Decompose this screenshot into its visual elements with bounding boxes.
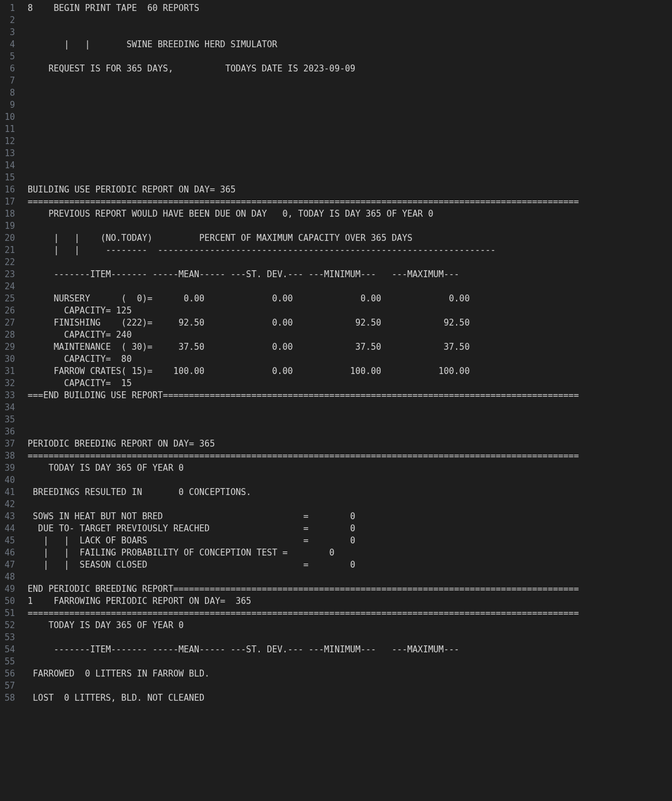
code-line: SOWS IN HEAT BUT NOT BRED = 0 [28, 511, 672, 523]
code-line: FARROWED 0 LITTERS IN FARROW BLD. [28, 668, 672, 680]
code-line [28, 256, 672, 269]
code-line [28, 571, 672, 583]
code-line [28, 135, 672, 148]
code-line [28, 281, 672, 293]
code-line [28, 632, 672, 644]
code-line [28, 51, 672, 63]
code-line: 1 FARROWING PERIODIC REPORT ON DAY= 365 [28, 595, 672, 607]
code-line: TODAY IS DAY 365 OF YEAR 0 [28, 619, 672, 632]
code-line: PERIODIC BREEDING REPORT ON DAY= 365 [28, 438, 672, 450]
code-line: BUILDING USE PERIODIC REPORT ON DAY= 365 [28, 184, 672, 196]
code-line: | | SWINE BREEDING HERD SIMULATOR [28, 39, 672, 51]
code-line: ========================================… [28, 450, 672, 462]
code-line [28, 75, 672, 87]
code-line: FARROW CRATES( 15)= 100.00 0.00 100.00 1… [28, 365, 672, 377]
code-line: CAPACITY= 125 [28, 305, 672, 317]
code-line: MAINTENANCE ( 30)= 37.50 0.00 37.50 37.5… [28, 341, 672, 353]
code-line [28, 87, 672, 99]
code-line [28, 27, 672, 39]
code-line [28, 680, 672, 692]
code-line [28, 426, 672, 438]
code-line: | | LACK OF BOARS = 0 [28, 535, 672, 547]
code-line: ========================================… [28, 196, 672, 208]
code-line: CAPACITY= 15 [28, 377, 672, 390]
code-line: -------ITEM------- -----MEAN----- ---ST.… [28, 269, 672, 281]
code-line [28, 402, 672, 414]
code-line: NURSERY ( 0)= 0.00 0.00 0.00 0.00 [28, 293, 672, 305]
line-number-gutter: 1 2 3 4 5 6 7 8 9 10 11 12 13 14 15 16 1… [0, 0, 21, 801]
code-line [28, 656, 672, 668]
code-line: -------ITEM------- -----MEAN----- ---ST.… [28, 644, 672, 656]
code-line [28, 160, 672, 172]
code-line: TODAY IS DAY 365 OF YEAR 0 [28, 462, 672, 474]
code-line [28, 148, 672, 160]
code-line [28, 14, 672, 27]
code-line [28, 498, 672, 511]
code-line: CAPACITY= 80 [28, 353, 672, 365]
code-line: ========================================… [28, 607, 672, 619]
code-line: END PERIODIC BREEDING REPORT============… [28, 583, 672, 595]
code-pane[interactable]: 8 BEGIN PRINT TAPE 60 REPORTS | | SWINE … [21, 0, 672, 801]
code-line: ===END BUILDING USE REPORT==============… [28, 390, 672, 402]
code-line: PREVIOUS REPORT WOULD HAVE BEEN DUE ON D… [28, 208, 672, 220]
code-line [28, 99, 672, 111]
code-line: | | (NO.TODAY) PERCENT OF MAXIMUM CAPACI… [28, 232, 672, 244]
code-line: LOST 0 LITTERS, BLD. NOT CLEANED [28, 692, 672, 704]
code-line: CAPACITY= 240 [28, 329, 672, 341]
code-line [28, 220, 672, 232]
code-line: | | SEASON CLOSED = 0 [28, 559, 672, 571]
code-line: | | -------- ---------------------------… [28, 244, 672, 256]
code-line: | | FAILING PROBABILITY OF CONCEPTION TE… [28, 547, 672, 559]
code-line [28, 172, 672, 184]
code-line: REQUEST IS FOR 365 DAYS, TODAYS DATE IS … [28, 63, 672, 75]
code-line: DUE TO- TARGET PREVIOUSLY REACHED = 0 [28, 523, 672, 535]
code-line: 8 BEGIN PRINT TAPE 60 REPORTS [28, 2, 672, 14]
code-line [28, 111, 672, 123]
code-line: BREEDINGS RESULTED IN 0 CONCEPTIONS. [28, 486, 672, 498]
code-line [28, 474, 672, 486]
code-editor[interactable]: 1 2 3 4 5 6 7 8 9 10 11 12 13 14 15 16 1… [0, 0, 672, 801]
code-line [28, 414, 672, 426]
code-line: FINISHING (222)= 92.50 0.00 92.50 92.50 [28, 317, 672, 329]
code-line [28, 123, 672, 135]
